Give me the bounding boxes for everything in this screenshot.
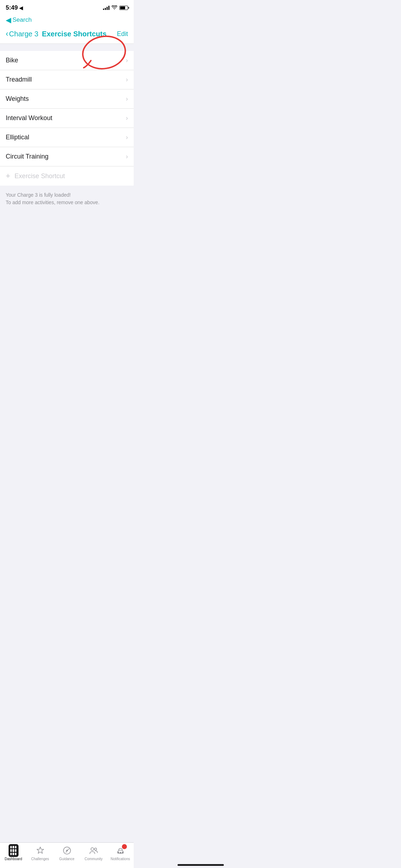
back-search-label: Search — [12, 16, 32, 24]
item-label: Interval Workout — [6, 114, 52, 122]
back-nav: ◀ Search — [0, 16, 134, 26]
chevron-right-icon: › — [126, 153, 128, 160]
status-icons — [103, 5, 128, 11]
item-label: Bike — [6, 57, 18, 64]
signal-bars-icon — [103, 6, 109, 10]
add-plus-icon: + — [6, 171, 10, 181]
back-search-link[interactable]: ◀ Search — [6, 16, 128, 24]
list-item[interactable]: Weights › — [0, 89, 134, 109]
location-arrow: ◀ — [19, 5, 23, 11]
time-text: 5:49 — [6, 4, 18, 11]
item-label: Circuit Training — [6, 153, 48, 160]
list-item[interactable]: Elliptical › — [0, 128, 134, 147]
device-chevron-icon: ‹ — [6, 29, 8, 38]
back-chevron-icon: ◀ — [6, 16, 11, 24]
list-item[interactable]: Circuit Training › — [0, 147, 134, 166]
list-item[interactable]: Interval Workout › — [0, 109, 134, 128]
back-device-button[interactable]: ‹ Charge 3 — [6, 29, 38, 38]
chevron-right-icon: › — [126, 57, 128, 64]
wifi-icon — [112, 5, 117, 11]
exercise-list: Bike › Treadmill › Weights › Interval Wo… — [0, 51, 134, 166]
nav-title-area: ‹ Charge 3 Exercise Shortcuts — [6, 29, 107, 38]
section-gap — [0, 44, 134, 51]
status-time: 5:49 ◀ — [6, 4, 23, 11]
add-shortcut-label: Exercise Shortcut — [15, 172, 65, 180]
info-section: Your Charge 3 is fully loaded! To add mo… — [0, 186, 134, 212]
chevron-right-icon: › — [126, 76, 128, 83]
chevron-right-icon: › — [126, 95, 128, 103]
info-text-line1: Your Charge 3 is fully loaded! — [6, 191, 128, 199]
edit-button[interactable]: Edit — [117, 30, 128, 38]
list-item[interactable]: Bike › — [0, 51, 134, 70]
chevron-right-icon: › — [126, 134, 128, 141]
info-text-line2: To add more activities, remove one above… — [6, 199, 128, 206]
item-label: Elliptical — [6, 134, 29, 141]
add-shortcut-row[interactable]: + Exercise Shortcut — [0, 166, 134, 186]
nav-header: ‹ Charge 3 Exercise Shortcuts Edit — [0, 26, 134, 44]
item-label: Treadmill — [6, 76, 32, 83]
chevron-right-icon: › — [126, 114, 128, 122]
battery-icon — [119, 6, 128, 10]
page-title: Exercise Shortcuts — [42, 30, 107, 38]
item-label: Weights — [6, 95, 29, 103]
status-bar: 5:49 ◀ — [0, 0, 134, 16]
list-item[interactable]: Treadmill › — [0, 70, 134, 89]
device-name-label: Charge 3 — [9, 30, 38, 38]
